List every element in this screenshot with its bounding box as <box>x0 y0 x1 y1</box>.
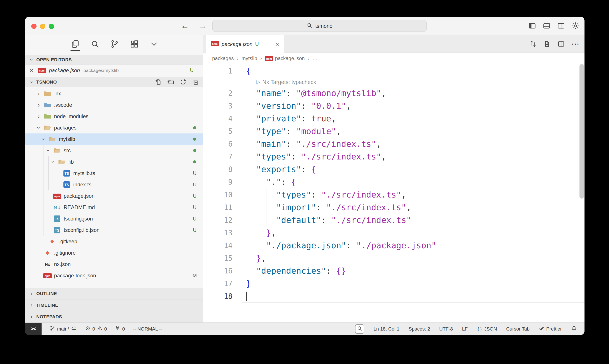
tree-item-.gitkeep[interactable]: .gitkeep <box>25 236 203 247</box>
tree-item-readme.md[interactable]: M↓README.mdU <box>25 202 203 213</box>
collapse-all-icon[interactable] <box>192 78 199 86</box>
explorer-icon[interactable] <box>70 35 80 53</box>
timeline-section-header[interactable]: › TIMELINE <box>25 299 203 311</box>
open-changes-icon[interactable] <box>543 40 551 48</box>
tree-item-mytslib[interactable]: ›mytslib <box>25 133 203 145</box>
toggle-panel-icon[interactable] <box>543 22 551 30</box>
notifications-bell-icon[interactable] <box>571 325 577 333</box>
breadcrumb-item[interactable]: mytslib <box>242 56 257 62</box>
formatter-indicator[interactable]: Prettier <box>539 325 562 333</box>
chevron-expanded-icon[interactable]: › <box>35 123 42 132</box>
scrollbar-thumb[interactable] <box>580 64 584 199</box>
close-window-button[interactable] <box>31 24 37 29</box>
explorer-section-header[interactable]: › TSMONO <box>25 77 203 87</box>
command-center-search[interactable]: tsmono <box>212 20 427 32</box>
notepads-section-header[interactable]: › NOTEPADS <box>25 311 203 323</box>
code-line-10[interactable]: 10 "types": "./src/index.ts", <box>203 188 584 201</box>
code-line-17[interactable]: 17} <box>203 277 584 290</box>
chevron-collapsed-icon: › <box>29 290 34 297</box>
tree-item-nx.json[interactable]: Nxnx.json <box>25 259 203 270</box>
tree-item-tsconfig.json[interactable]: TStsconfig.jsonU <box>25 213 203 224</box>
new-file-icon[interactable] <box>155 78 162 86</box>
tree-item-.nx[interactable]: ›.nx <box>25 88 203 99</box>
code-line-8[interactable]: 8 "exports": { <box>203 163 584 176</box>
refresh-icon[interactable] <box>180 78 187 86</box>
encoding-indicator[interactable]: UTF-8 <box>439 326 453 332</box>
cursor-position[interactable]: Ln 18, Col 1 <box>373 326 400 332</box>
zoom-indicator[interactable] <box>355 325 364 334</box>
chevron-down-icon[interactable] <box>149 35 159 53</box>
chevron-expanded-icon[interactable]: › <box>40 135 47 143</box>
code-line-6[interactable]: 6 "main": "./src/index.ts", <box>203 138 584 150</box>
maximize-window-button[interactable] <box>49 24 54 29</box>
problems-indicator[interactable]: 0 0 <box>85 325 107 333</box>
cursor-tab-indicator[interactable]: Cursor Tab <box>506 326 530 332</box>
toggle-secondary-sidebar-icon[interactable] <box>557 22 565 30</box>
chevron-collapsed-icon[interactable]: › <box>34 90 43 97</box>
code-editor[interactable]: 1{▷Nx Targets: typecheck2 "name": "@tsmo… <box>203 64 584 323</box>
tree-item-packages[interactable]: ›packages <box>25 122 203 133</box>
language-mode[interactable]: {} JSON <box>477 326 497 332</box>
code-line-9[interactable]: 9 ".": { <box>203 176 584 188</box>
navigate-back-button[interactable]: ← <box>181 21 189 31</box>
remote-indicator[interactable]: >< <box>25 323 41 335</box>
indentation-indicator[interactable]: Spaces: 2 <box>409 326 430 332</box>
navigate-forward-button[interactable]: → <box>199 21 207 31</box>
code-line-3[interactable]: 3 "version": "0.0.1", <box>203 100 584 112</box>
code-line-15[interactable]: 15 }, <box>203 252 584 264</box>
tree-item-node-modules[interactable]: ›node_modules <box>25 111 203 122</box>
extensions-icon[interactable] <box>129 35 140 53</box>
code-line-18[interactable]: 18 <box>203 290 584 302</box>
toggle-primary-sidebar-icon[interactable] <box>528 22 536 30</box>
tree-item-tsconfig.lib.json[interactable]: TStsconfig.lib.jsonU <box>25 224 203 236</box>
code-line-7[interactable]: 7 "types": "./src/index.ts", <box>203 150 584 163</box>
open-editor-item[interactable]: × npm package.json packages/mytslib U <box>25 65 203 76</box>
tree-item-lib[interactable]: ›lib <box>25 156 203 168</box>
settings-gear-icon[interactable] <box>571 22 580 30</box>
new-folder-icon[interactable] <box>167 78 174 86</box>
tree-item-index.ts[interactable]: TSindex.tsU <box>25 179 203 190</box>
outline-section-header[interactable]: › OUTLINE <box>25 288 203 299</box>
more-actions-icon[interactable]: ⋯ <box>571 40 579 48</box>
chevron-expanded-icon[interactable]: › <box>45 146 52 155</box>
run-icon[interactable]: ▷ <box>256 79 260 85</box>
source-control-icon[interactable] <box>109 35 120 53</box>
tree-item-package-lock.json[interactable]: npmpackage-lock.jsonM <box>25 270 203 281</box>
code-line-13[interactable]: 13 }, <box>203 226 584 239</box>
code-line-11[interactable]: 11 "import": "./src/index.ts", <box>203 201 584 214</box>
code-line-1[interactable]: 1{ <box>203 65 584 77</box>
codelens-nx-targets[interactable]: ▷Nx Targets: typecheck <box>203 77 584 87</box>
breadcrumb-item[interactable]: npmpackage.json <box>265 56 305 62</box>
breadcrumb-item[interactable]: packages <box>212 56 234 62</box>
chevron-expanded-icon[interactable]: › <box>50 157 57 166</box>
codelens-label[interactable]: Nx Targets: typecheck <box>262 79 316 85</box>
code-line-4[interactable]: 4 "private": true, <box>203 112 584 125</box>
vim-mode-indicator[interactable]: -- NORMAL -- <box>133 326 162 332</box>
code-line-14[interactable]: 14 "./package.json": "./package.json" <box>203 239 584 252</box>
minimize-window-button[interactable] <box>40 24 45 29</box>
search-icon[interactable] <box>90 35 100 53</box>
code-line-2[interactable]: 2 "name": "@tsmono/mytslib", <box>203 87 584 100</box>
eol-indicator[interactable]: LF <box>462 326 468 332</box>
tab-package-json[interactable]: npm package.json U × <box>206 35 284 53</box>
indent-guide <box>246 188 246 201</box>
tree-item-mytslib.ts[interactable]: TSmytslib.tsU <box>25 168 203 179</box>
chevron-collapsed-icon[interactable]: › <box>34 102 43 108</box>
code-line-16[interactable]: 16 "dependencies": {} <box>203 264 584 277</box>
ports-indicator[interactable]: 0 <box>115 325 125 333</box>
tree-item-src[interactable]: ›src <box>25 145 203 156</box>
breadcrumb[interactable]: packages›mytslib›npmpackage.json›… <box>203 53 584 64</box>
branch-indicator[interactable]: main* <box>50 325 77 333</box>
breadcrumb-item[interactable]: … <box>312 56 318 62</box>
chevron-collapsed-icon[interactable]: › <box>34 113 43 120</box>
split-editor-icon[interactable] <box>557 40 565 48</box>
tree-item-.gitignore[interactable]: .gitignore <box>25 247 203 259</box>
open-editors-header[interactable]: › OPEN EDITORS <box>25 55 203 65</box>
tree-item-package.json[interactable]: npmpackage.jsonU <box>25 190 203 202</box>
tree-item-.vscode[interactable]: ›.vscode <box>25 99 203 111</box>
close-editor-icon[interactable]: × <box>30 67 37 74</box>
code-line-5[interactable]: 5 "type": "module", <box>203 125 584 138</box>
compare-changes-icon[interactable] <box>529 40 537 48</box>
close-tab-icon[interactable]: × <box>275 40 279 48</box>
code-line-12[interactable]: 12 "default": "./src/index.ts" <box>203 214 584 226</box>
